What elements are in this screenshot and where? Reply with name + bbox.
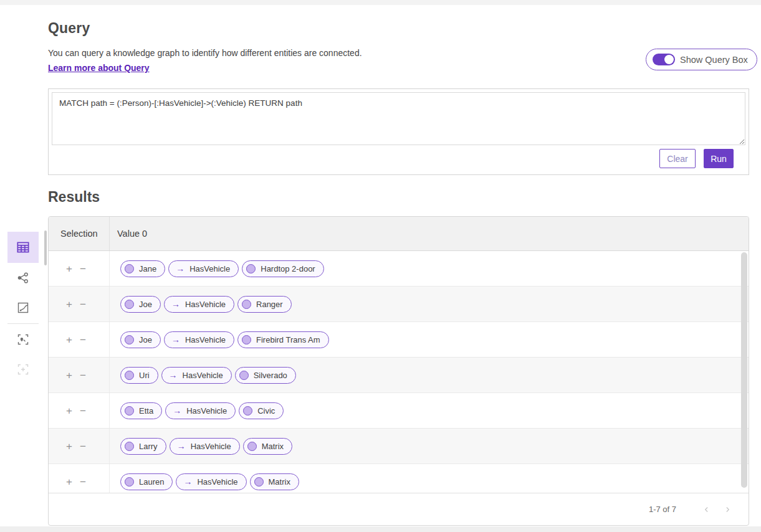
sidebar-scrollbar[interactable] bbox=[44, 230, 47, 265]
edge-pill-label: HasVehicle bbox=[186, 406, 227, 416]
node-pill-label: Lauren bbox=[139, 477, 164, 487]
selection-cell: +− bbox=[49, 393, 110, 428]
table-row: +−Jane→HasVehicleHardtop 2-door bbox=[49, 251, 749, 287]
expand-row-button[interactable]: + bbox=[66, 264, 72, 274]
selection-cell: +− bbox=[49, 251, 110, 286]
table-scrollbar[interactable] bbox=[741, 252, 747, 488]
expand-row-button[interactable]: + bbox=[66, 477, 72, 487]
clear-button[interactable]: Clear bbox=[659, 149, 696, 168]
node-circle-icon bbox=[243, 406, 252, 416]
expand-row-button[interactable]: + bbox=[66, 370, 72, 381]
node-circle-icon bbox=[239, 371, 249, 380]
chevron-right-icon bbox=[723, 505, 732, 514]
expand-row-button[interactable]: + bbox=[66, 335, 72, 345]
sidebar-item-table-view[interactable] bbox=[7, 232, 39, 263]
edge-pill-label: HasVehicle bbox=[185, 335, 226, 344]
collapse-row-button[interactable]: − bbox=[80, 406, 86, 416]
collapse-row-button[interactable]: − bbox=[80, 477, 86, 487]
edge-pill[interactable]: →HasVehicle bbox=[168, 260, 239, 277]
query-input[interactable]: MATCH path = (:Person)-[:HasVehicle]->(:… bbox=[52, 92, 745, 145]
edge-pill[interactable]: →HasVehicle bbox=[161, 367, 232, 384]
value-cell: Joe→HasVehicleFirebird Trans Am bbox=[110, 322, 749, 357]
selection-cell: +− bbox=[49, 464, 110, 493]
node-circle-icon bbox=[125, 335, 134, 344]
node-pill-label: Jane bbox=[139, 264, 156, 273]
expand-view-icon bbox=[16, 362, 31, 377]
results-table-body: +−Jane→HasVehicleHardtop 2-door+−Joe→Has… bbox=[49, 251, 749, 493]
collapse-row-button[interactable]: − bbox=[80, 299, 86, 310]
edge-pill[interactable]: →HasVehicle bbox=[170, 438, 240, 455]
edge-pill-label: HasVehicle bbox=[189, 264, 230, 273]
table-row: +−Etta→HasVehicleCivic bbox=[49, 393, 749, 429]
sidebar-item-chart-view[interactable] bbox=[7, 293, 39, 323]
collapse-row-button[interactable]: − bbox=[80, 264, 86, 274]
expand-row-button[interactable]: + bbox=[66, 406, 72, 416]
node-pill-label: Joe bbox=[139, 300, 152, 309]
node-pill[interactable]: Hardtop 2-door bbox=[242, 260, 323, 277]
node-pill-label: Firebird Trans Am bbox=[256, 335, 320, 344]
node-pill[interactable]: Matrix bbox=[243, 438, 292, 455]
node-circle-icon bbox=[242, 300, 251, 309]
node-pill-label: Matrix bbox=[262, 442, 284, 451]
toggle-label: Show Query Box bbox=[680, 55, 748, 65]
value-cell: Lauren→HasVehicleMatrix bbox=[110, 464, 749, 493]
collapse-row-button[interactable]: − bbox=[80, 370, 86, 381]
node-pill[interactable]: Matrix bbox=[250, 473, 299, 490]
node-pill[interactable]: Jane bbox=[120, 260, 165, 277]
learn-more-link[interactable]: Learn more about Query bbox=[48, 63, 150, 73]
results-view-sidebar bbox=[7, 232, 39, 384]
collapse-row-button[interactable]: − bbox=[80, 441, 86, 452]
sidebar-item-graph-view[interactable] bbox=[7, 263, 39, 293]
table-row: +−Lauren→HasVehicleMatrix bbox=[49, 464, 749, 493]
node-pill-label: Joe bbox=[139, 335, 152, 344]
show-query-box-toggle[interactable]: Show Query Box bbox=[646, 49, 757, 70]
node-pill[interactable]: Firebird Trans Am bbox=[237, 331, 329, 348]
edge-pill[interactable]: →HasVehicle bbox=[164, 331, 234, 348]
table-footer: 1-7 of 7 bbox=[49, 493, 749, 525]
table-row: +−Larry→HasVehicleMatrix bbox=[49, 429, 749, 464]
node-circle-icon bbox=[125, 300, 134, 309]
node-circle-icon bbox=[242, 335, 251, 344]
node-pill-label: Silverado bbox=[254, 371, 287, 380]
query-buttons: Clear Run bbox=[659, 149, 734, 168]
node-circle-icon bbox=[125, 442, 134, 451]
table-row: +−Joe→HasVehicleFirebird Trans Am bbox=[49, 322, 749, 358]
edge-pill[interactable]: →HasVehicle bbox=[165, 402, 236, 419]
node-pill[interactable]: Etta bbox=[120, 402, 162, 419]
node-circle-icon bbox=[246, 264, 256, 273]
run-button[interactable]: Run bbox=[704, 149, 734, 168]
sidebar-item-expand-view bbox=[7, 354, 39, 384]
toggle-switch-icon[interactable] bbox=[653, 54, 675, 65]
collapse-row-button[interactable]: − bbox=[80, 335, 86, 345]
expand-row-button[interactable]: + bbox=[66, 441, 72, 452]
table-row: +−Joe→HasVehicleRanger bbox=[49, 287, 749, 322]
edge-arrow-icon: → bbox=[168, 300, 180, 308]
expand-row-button[interactable]: + bbox=[66, 299, 72, 310]
pagination-prev-button[interactable] bbox=[701, 503, 713, 516]
column-header-value0: Value 0 bbox=[110, 217, 749, 250]
selection-cell: +− bbox=[49, 322, 110, 357]
chevron-left-icon bbox=[702, 505, 711, 514]
edge-arrow-icon: → bbox=[170, 406, 181, 415]
node-pill-label: Hardtop 2-door bbox=[261, 264, 315, 273]
selection-cell: +− bbox=[49, 287, 110, 321]
edge-pill[interactable]: →HasVehicle bbox=[164, 296, 234, 313]
node-circle-icon bbox=[125, 264, 134, 273]
chart-view-icon bbox=[16, 300, 31, 315]
node-pill[interactable]: Joe bbox=[120, 331, 161, 348]
node-pill[interactable]: Silverado bbox=[235, 367, 296, 384]
top-strip bbox=[0, 0, 761, 5]
node-pill[interactable]: Ranger bbox=[237, 296, 292, 313]
sidebar-item-map-view[interactable] bbox=[7, 325, 39, 354]
node-pill[interactable]: Uri bbox=[120, 367, 158, 384]
node-pill[interactable]: Joe bbox=[120, 296, 161, 313]
node-pill[interactable]: Larry bbox=[120, 438, 166, 455]
edge-pill-label: HasVehicle bbox=[197, 477, 237, 487]
pagination-next-button[interactable] bbox=[721, 503, 734, 516]
sidebar-divider bbox=[7, 323, 39, 324]
edge-pill[interactable]: →HasVehicle bbox=[176, 473, 246, 490]
node-pill-label: Ranger bbox=[256, 300, 283, 309]
node-pill[interactable]: Civic bbox=[239, 402, 284, 419]
node-pill[interactable]: Lauren bbox=[120, 473, 173, 490]
page-description: You can query a knowledge graph to ident… bbox=[48, 48, 362, 58]
